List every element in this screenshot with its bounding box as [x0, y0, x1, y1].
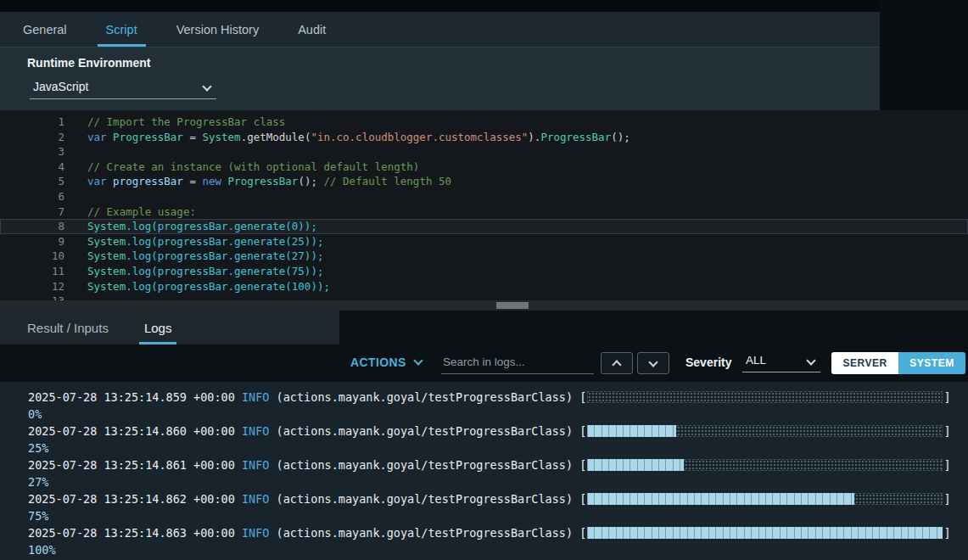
line-number: 12 [0, 279, 64, 294]
code-token: .log(progressBar.generate(0)); [126, 220, 317, 232]
code-token: .log(progressBar.generate(25)); [126, 235, 323, 248]
tab-version-history[interactable]: Version History [175, 12, 261, 47]
system-toggle-button[interactable]: SYSTEM [898, 352, 965, 374]
progress-bar-empty [676, 425, 943, 437]
code-token: new [202, 175, 227, 188]
log-source: (actions.mayank.goyal/testProgressBarCla… [269, 524, 579, 541]
logs-toolbar: ACTIONS Severity ALL SERVER SYSTEM [0, 344, 968, 382]
bracket-open: [ [579, 524, 586, 541]
code-text: System.log(progressBar.generate(0)); [64, 219, 317, 234]
bracket-close: ] [943, 423, 950, 440]
code-line: 8System.log(progressBar.generate(0)); [0, 219, 968, 234]
editor-horizontal-scrollbar[interactable] [0, 300, 968, 311]
log-source: (actions.mayank.goyal/testProgressBarCla… [269, 456, 579, 473]
actions-label: ACTIONS [350, 356, 406, 369]
code-token: .log(progressBar.generate(27)); [126, 249, 323, 262]
log-timestamp: 2025-07-28 13:25:14.861 +00:00 [28, 456, 242, 473]
progress-bar-empty [684, 459, 943, 471]
log-percent: 75% [28, 507, 968, 524]
code-line: 7// Example usage: [0, 204, 968, 220]
previous-match-button[interactable] [601, 352, 633, 374]
code-text [64, 144, 87, 160]
code-line: 12System.log(progressBar.generate(100)); [0, 279, 968, 294]
search-input[interactable] [441, 353, 594, 374]
code-editor[interactable]: 1// Import the ProgressBar class2var Pro… [0, 110, 968, 311]
code-line: 1// Import the ProgressBar class [0, 115, 968, 130]
code-token: (); [298, 175, 323, 188]
bracket-open: [ [579, 490, 586, 507]
runtime-section: Runtime Environment JavaScript [0, 48, 968, 110]
script-editor-app: GeneralScriptVersion HistoryAudit Runtim… [0, 0, 968, 560]
line-number: 6 [0, 189, 64, 204]
code-text: var progressBar = new ProgressBar(); // … [64, 174, 451, 189]
code-token: = [183, 131, 203, 143]
log-source: (actions.mayank.goyal/testProgressBarCla… [269, 389, 579, 406]
progress-bar-fill [587, 425, 676, 437]
line-number: 2 [0, 130, 64, 145]
chevron-down-icon [648, 357, 657, 367]
code-token: .getModule( [241, 131, 311, 143]
log-message-line: 2025-07-28 13:25:14.859 +00:00 INFO (act… [28, 389, 968, 406]
bracket-open: [ [579, 423, 586, 440]
line-number: 5 [0, 174, 64, 189]
code-token: var [87, 175, 113, 188]
log-message-line: 2025-07-28 13:25:14.860 +00:00 INFO (act… [28, 423, 968, 440]
line-number: 1 [0, 115, 64, 130]
code-text: var ProgressBar = System.getModule("in.c… [64, 130, 630, 145]
code-line: 4// Create an instance (with optional de… [0, 160, 968, 175]
severity-select[interactable]: ALL [742, 351, 820, 372]
runtime-select-value: JavaScript [33, 80, 88, 93]
tab-audit[interactable]: Audit [296, 12, 327, 47]
log-entry: 2025-07-28 13:25:14.863 +00:00 INFO (act… [28, 524, 968, 558]
code-token: System [87, 280, 126, 293]
actions-dropdown[interactable]: ACTIONS [350, 356, 422, 369]
tab-bar-filler [339, 311, 968, 344]
chevron-up-icon [612, 360, 621, 369]
tab-result-inputs[interactable]: Result / Inputs [25, 311, 110, 344]
next-match-button[interactable] [637, 352, 669, 374]
code-token: = [183, 175, 203, 188]
runtime-environment-label: Runtime Environment [27, 56, 968, 70]
severity-select-value: ALL [746, 354, 766, 367]
code-text: // Import the ProgressBar class [64, 115, 285, 130]
code-token: .log(progressBar.generate(100)); [126, 280, 330, 293]
log-message-line: 2025-07-28 13:25:14.861 +00:00 INFO (act… [28, 456, 968, 473]
severity-label: Severity [685, 356, 731, 369]
window-top-strip [0, 0, 968, 12]
log-timestamp: 2025-07-28 13:25:14.860 +00:00 [28, 423, 242, 440]
header-right-filler [880, 0, 968, 110]
code-token: System [87, 235, 126, 248]
code-token: ProgressBar [228, 175, 299, 188]
chevron-down-icon [806, 356, 815, 365]
line-number: 10 [0, 249, 64, 264]
bracket-close: ] [943, 490, 950, 507]
code-text: System.log(progressBar.generate(75)); [64, 264, 323, 279]
log-timestamp: 2025-07-28 13:25:14.859 +00:00 [28, 389, 242, 406]
progress-bar-fill [587, 527, 943, 539]
scrollbar-thumb[interactable] [496, 302, 529, 309]
log-level: INFO [242, 389, 270, 406]
line-number: 4 [0, 160, 64, 175]
runtime-select[interactable]: JavaScript [30, 77, 216, 99]
code-token: ProgressBar [113, 131, 183, 143]
tab-script[interactable]: Script [104, 12, 139, 47]
tab-general[interactable]: General [21, 12, 69, 47]
log-entry: 2025-07-28 13:25:14.859 +00:00 INFO (act… [28, 389, 968, 423]
log-entry: 2025-07-28 13:25:14.860 +00:00 INFO (act… [28, 423, 968, 456]
tab-logs[interactable]: Logs [143, 311, 174, 344]
server-toggle-button[interactable]: SERVER [831, 352, 898, 374]
header-tab-bar: GeneralScriptVersion HistoryAudit [0, 12, 968, 48]
bracket-close: ] [943, 524, 950, 541]
progress-bar-fill [587, 493, 853, 505]
log-level: INFO [242, 456, 270, 473]
code-text: // Example usage: [64, 204, 196, 220]
progress-bar [587, 493, 943, 505]
top-tabs: GeneralScriptVersion HistoryAudit [21, 12, 363, 47]
line-number: 8 [0, 219, 64, 234]
log-source: (actions.mayank.goyal/testProgressBarCla… [269, 423, 579, 440]
progress-bar-empty [854, 493, 943, 505]
code-token: // Example usage: [87, 205, 196, 218]
bracket-close: ] [943, 389, 950, 406]
log-percent: 100% [28, 541, 968, 558]
log-entry: 2025-07-28 13:25:14.862 +00:00 INFO (act… [28, 490, 968, 524]
